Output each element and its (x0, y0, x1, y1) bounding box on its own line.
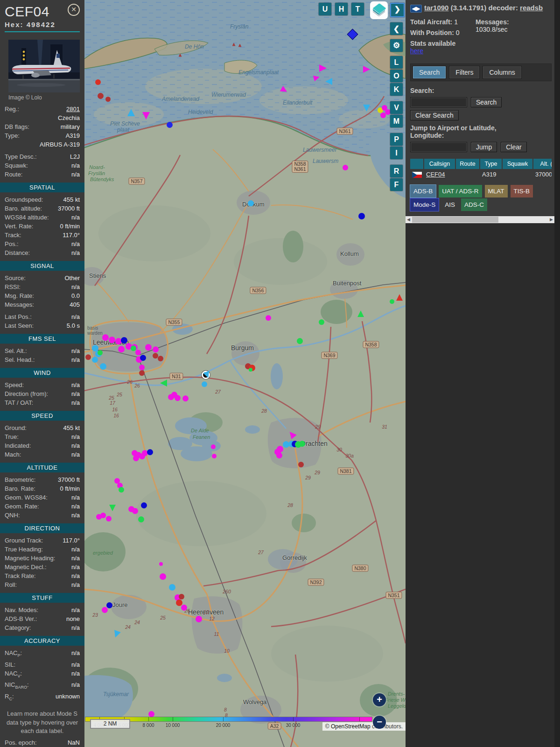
aircraft-marker[interactable] (287, 429, 296, 439)
expand-panel-button[interactable]: ❯ (390, 3, 405, 17)
aircraft-marker[interactable] (119, 487, 124, 493)
aircraft-marker[interactable] (98, 93, 104, 99)
jump-button[interactable]: Jump (471, 142, 497, 152)
aircraft-marker[interactable] (396, 294, 403, 301)
map-button-r[interactable]: R (390, 165, 403, 177)
column-header-squawk[interactable]: Squawk (503, 159, 532, 169)
aircraft-marker[interactable] (109, 337, 115, 343)
aircraft-marker[interactable] (298, 462, 304, 467)
row-cell[interactable]: CEF04 (424, 169, 455, 180)
map-button-k[interactable]: K (390, 83, 403, 96)
aircraft-marker[interactable] (249, 368, 252, 372)
map[interactable]: FryslânDe HônEngelsmanplaatWierumerwadAm… (84, 0, 406, 747)
aircraft-marker[interactable] (238, 44, 242, 47)
column-header-flag[interactable] (410, 159, 423, 169)
aircraft-marker[interactable] (140, 355, 146, 361)
zoom-in-button[interactable]: + (373, 693, 386, 706)
map-button-f[interactable]: F (390, 178, 403, 191)
map-button-u[interactable]: U (319, 3, 331, 15)
aircraft-marker[interactable] (98, 350, 103, 355)
map-button-i[interactable]: I (390, 147, 403, 159)
aircraft-marker[interactable] (106, 516, 112, 521)
aircraft-marker[interactable] (175, 395, 181, 401)
tab-filters[interactable]: Filters (449, 66, 480, 79)
hscroll-thumb[interactable] (412, 217, 498, 223)
search-button[interactable]: Search (471, 97, 502, 107)
filter-mlat[interactable]: MLAT (485, 185, 508, 197)
aircraft-marker[interactable] (168, 394, 174, 400)
aircraft-marker[interactable] (232, 43, 236, 46)
filter-tisb[interactable]: TIS-B (511, 185, 533, 197)
aircraft-marker[interactable] (160, 573, 166, 580)
aircraft-marker[interactable] (100, 363, 106, 370)
aircraft-marker[interactable] (347, 28, 358, 40)
aircraft-marker[interactable] (358, 213, 365, 219)
aircraft-marker[interactable] (138, 516, 144, 522)
column-header-callsign[interactable]: Callsign (424, 159, 455, 169)
aircraft-marker[interactable] (319, 319, 324, 325)
aircraft-marker[interactable] (176, 599, 182, 606)
readsb-link[interactable]: readsb (520, 4, 543, 12)
aircraft-marker[interactable] (105, 97, 111, 102)
aircraft-marker[interactable] (299, 441, 305, 447)
data-value[interactable]: 2801 (66, 105, 80, 113)
aircraft-marker[interactable] (121, 337, 127, 344)
aircraft-marker[interactable] (181, 605, 187, 611)
osm-link[interactable]: OpenStreetMap (331, 723, 371, 730)
aircraft-marker[interactable] (159, 562, 163, 566)
aircraft-marker[interactable] (139, 370, 145, 376)
map-button-t[interactable]: T (351, 3, 364, 15)
panel-width-toggle[interactable]: ◀▶ (410, 5, 422, 13)
filter-uat[interactable]: UAT / ADS-R (439, 185, 482, 197)
scroll-right-icon[interactable]: ▶ (548, 216, 554, 223)
column-header-route[interactable]: Route (456, 159, 479, 169)
aircraft-marker[interactable] (102, 607, 108, 613)
aircraft-marker[interactable] (147, 449, 153, 455)
jump-clear-button[interactable]: Clear (501, 142, 526, 152)
aircraft-marker[interactable] (363, 105, 370, 112)
aircraft-marker[interactable] (118, 346, 125, 352)
aircraft-marker[interactable] (297, 338, 303, 344)
aircraft-marker[interactable] (179, 54, 182, 57)
aircraft-marker[interactable] (135, 350, 141, 355)
aircraft-marker[interactable] (153, 346, 159, 352)
aircraft-marker[interactable] (158, 356, 163, 361)
aircraft-marker[interactable] (380, 113, 386, 118)
aircraft-marker[interactable] (248, 200, 254, 206)
aircraft-marker[interactable] (106, 602, 112, 608)
aircraft-marker[interactable] (95, 79, 101, 85)
aircraft-marker[interactable] (325, 78, 332, 85)
aircraft-marker[interactable] (202, 381, 207, 387)
map-button-p[interactable]: P (390, 133, 403, 146)
map-button-l[interactable]: L (390, 56, 403, 69)
tab-columns[interactable]: Columns (483, 66, 521, 79)
aircraft-marker[interactable] (109, 505, 116, 511)
table-row[interactable]: CEF04A31937000 (410, 169, 552, 180)
scroll-left-icon[interactable]: ◀ (406, 216, 412, 223)
filter-adsb[interactable]: ADS-B (410, 185, 436, 197)
aircraft-marker[interactable] (145, 344, 152, 351)
map-button-h[interactable]: H (335, 3, 348, 15)
search-input[interactable] (410, 97, 467, 107)
aircraft-marker[interactable] (139, 365, 145, 370)
aircraft-marker[interactable] (182, 395, 189, 402)
stats-here-link[interactable]: here (410, 47, 423, 55)
aircraft-marker[interactable] (127, 109, 135, 116)
zoom-out-button[interactable]: − (373, 716, 386, 729)
table-hscrollbar[interactable]: ◀ ▶ (406, 216, 554, 223)
aircraft-marker[interactable] (266, 315, 271, 321)
aircraft-marker[interactable] (196, 616, 202, 622)
aircraft-marker[interactable] (142, 112, 150, 120)
aircraft-marker[interactable] (319, 64, 327, 72)
aircraft-marker[interactable] (141, 502, 147, 508)
tab-search[interactable]: Search (413, 66, 446, 79)
tar1090-link[interactable]: tar1090 (424, 4, 449, 12)
aircraft-marker[interactable] (92, 357, 98, 363)
aircraft-marker[interactable] (167, 122, 173, 128)
filter-ais[interactable]: AIS (441, 198, 458, 211)
map-button-m[interactable]: M (390, 115, 403, 127)
aircraft-marker[interactable] (131, 345, 136, 351)
aircraft-photo[interactable] (8, 40, 80, 92)
aircraft-marker[interactable] (313, 74, 320, 81)
aircraft-marker[interactable] (100, 513, 106, 518)
